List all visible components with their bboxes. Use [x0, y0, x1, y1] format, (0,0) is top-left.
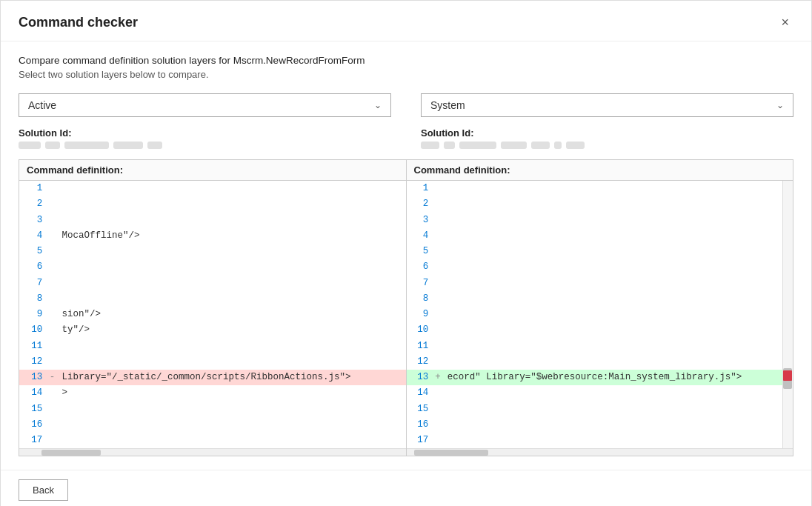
- dialog-title: Command checker: [19, 15, 138, 30]
- diff-marker: [45, 354, 59, 370]
- diff-marker: [45, 244, 59, 259]
- diff-marker: [431, 291, 444, 307]
- line-number: 8: [19, 291, 45, 307]
- diff-marker: [431, 213, 444, 228]
- diff-marker: [431, 307, 444, 322]
- diff-marker: [45, 291, 59, 307]
- line-content: [445, 417, 782, 433]
- line-number: 8: [407, 291, 432, 307]
- id-chunk: [45, 142, 60, 149]
- line-content: Library="/_static/_common/scripts/Ribbon…: [59, 370, 406, 385]
- diff-marker: [431, 385, 444, 401]
- id-chunk: [421, 142, 439, 149]
- line-content: [59, 339, 406, 354]
- line-number: 1: [19, 181, 45, 196]
- line-content: sion"/>: [59, 307, 406, 322]
- line-number: 16: [19, 417, 45, 433]
- diff-marker: [45, 417, 59, 433]
- diff-marker: [45, 196, 59, 212]
- right-solution-label: Solution Id:: [421, 127, 793, 139]
- line-content: [59, 181, 406, 196]
- line-content: [59, 291, 406, 307]
- left-dropdown[interactable]: Active ⌄: [19, 93, 391, 117]
- line-content: [59, 213, 406, 228]
- line-content: [445, 385, 782, 401]
- line-content: [59, 196, 406, 212]
- line-content: [445, 291, 782, 307]
- line-content: [445, 213, 782, 228]
- diff-marker: [45, 307, 59, 322]
- line-number: 5: [19, 244, 45, 259]
- diff-marker: +: [431, 370, 444, 385]
- line-number: 9: [407, 307, 432, 322]
- left-solution-id-block: Solution Id:: [19, 127, 391, 149]
- diff-marker: [431, 181, 444, 196]
- line-number: 17: [407, 433, 432, 448]
- line-number: 16: [407, 417, 432, 433]
- id-chunk: [444, 142, 455, 149]
- right-dropdown-value: System: [430, 99, 465, 111]
- diff-marker: [45, 385, 59, 401]
- diff-marker: [431, 276, 444, 291]
- diff-marker: [45, 213, 59, 228]
- id-chunk: [554, 142, 562, 149]
- line-content: [445, 339, 782, 354]
- id-chunk: [19, 142, 41, 149]
- right-solution-id-placeholder: [421, 142, 793, 149]
- diff-marker: [45, 181, 59, 196]
- line-content: [445, 433, 782, 448]
- id-chunk: [459, 142, 496, 149]
- diff-marker: [431, 196, 444, 212]
- line-content: [445, 244, 782, 259]
- right-horiz-scrollbar[interactable]: [407, 448, 793, 456]
- right-panel-inner: 12345678910111213+ecord" Library="$webre…: [407, 181, 793, 448]
- right-dropdown[interactable]: System ⌄: [421, 93, 793, 117]
- diff-marker: [45, 339, 59, 354]
- diff-marker: [431, 228, 444, 244]
- line-content: MocaOffline"/>: [59, 228, 406, 244]
- left-solution-id-placeholder: [19, 142, 391, 149]
- line-number: 11: [407, 339, 432, 354]
- line-content: [445, 259, 782, 275]
- line-number: 14: [19, 385, 45, 401]
- line-content: [59, 244, 406, 259]
- diff-marker: [431, 417, 444, 433]
- left-command-panel: Command definition: 1234MocaOffline"/>56…: [19, 160, 407, 456]
- line-content: [445, 181, 782, 196]
- right-code-area[interactable]: 12345678910111213+ecord" Library="$webre…: [407, 181, 783, 448]
- right-scrollbar[interactable]: [782, 181, 793, 448]
- id-chunk: [64, 142, 109, 149]
- line-content: >: [59, 385, 406, 401]
- line-content: [59, 276, 406, 291]
- right-code-table: 12345678910111213+ecord" Library="$webre…: [407, 181, 783, 448]
- line-number: 9: [19, 307, 45, 322]
- close-button[interactable]: ×: [776, 13, 793, 32]
- left-dropdown-wrapper: Active ⌄: [19, 93, 391, 117]
- line-number: 15: [19, 402, 45, 417]
- solution-row: Solution Id: Solution Id:: [19, 127, 793, 149]
- right-command-panel: Command definition: 12345678910111213+ec…: [407, 160, 793, 456]
- line-content: [59, 402, 406, 417]
- diff-marker: [45, 259, 59, 275]
- diff-marker: [431, 433, 444, 448]
- line-content: ty"/>: [59, 322, 406, 338]
- line-number: 6: [407, 259, 432, 275]
- right-panel-header: Command definition:: [407, 160, 793, 181]
- line-number: 7: [407, 276, 432, 291]
- line-number: 14: [407, 385, 432, 401]
- dialog-body: Compare command definition solution laye…: [1, 41, 811, 470]
- line-content: [445, 402, 782, 417]
- id-chunk: [113, 142, 143, 149]
- left-code-area[interactable]: 1234MocaOffline"/>56789sion"/>10ty"/>111…: [19, 181, 406, 448]
- left-panel-header: Command definition:: [19, 160, 406, 181]
- panels-container: Command definition: 1234MocaOffline"/>56…: [19, 159, 793, 456]
- left-horiz-scrollbar[interactable]: [19, 448, 406, 456]
- line-content: [445, 196, 782, 212]
- id-chunk: [531, 142, 550, 149]
- line-number: 11: [19, 339, 45, 354]
- diff-marker: [431, 354, 444, 370]
- line-number: 3: [19, 213, 45, 228]
- left-solution-label: Solution Id:: [19, 127, 391, 139]
- dropdowns-row: Active ⌄ System ⌄: [19, 93, 793, 117]
- back-button[interactable]: Back: [19, 479, 68, 501]
